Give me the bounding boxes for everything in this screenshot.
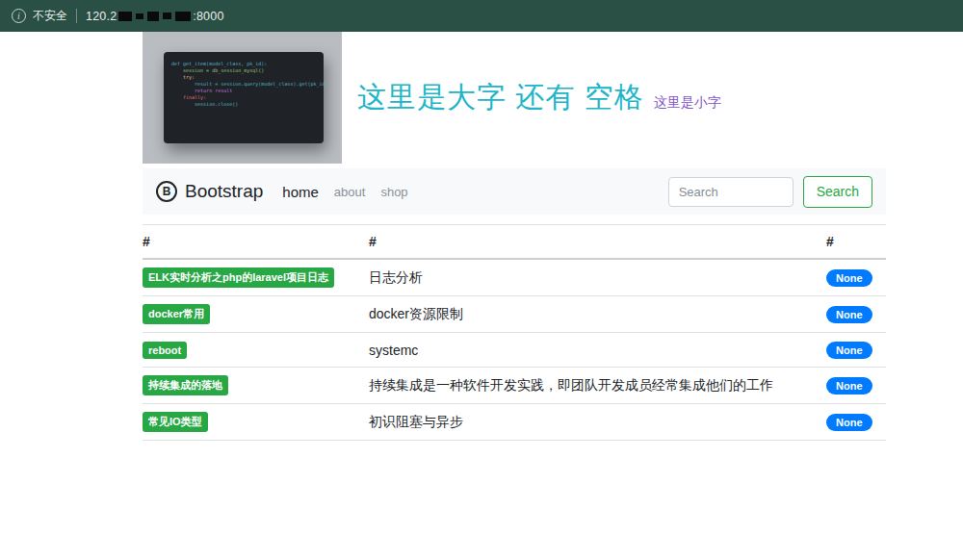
- status-badge[interactable]: None: [826, 306, 872, 323]
- navbar-brand[interactable]: B Bootstrap: [156, 181, 263, 202]
- posts-table: # # # ELK实时分析之php的laravel项目日志 日志分析 None …: [143, 224, 886, 441]
- nav-item-shop[interactable]: shop: [380, 185, 407, 199]
- chrome-divider: [76, 9, 77, 23]
- url-redaction-block: [118, 12, 132, 21]
- table-header-status: #: [826, 234, 886, 249]
- address-bar-url[interactable]: 120.2 :8000: [86, 10, 224, 23]
- page-container: def get_item(model_class, pk_id): sessio…: [143, 32, 886, 441]
- tag-badge[interactable]: ELK实时分析之php的laravel项目日志: [143, 267, 334, 288]
- hero-section: def get_item(model_class, pk_id): sessio…: [143, 32, 886, 164]
- info-icon[interactable]: i: [12, 9, 26, 23]
- table-row: 常见IO类型 初识阻塞与异步 None: [143, 404, 886, 441]
- nav-item-home[interactable]: home: [282, 184, 319, 200]
- row-title[interactable]: 日志分析: [369, 269, 826, 287]
- code-editor-window: def get_item(model_class, pk_id): sessio…: [164, 52, 324, 143]
- code-line: result = session.query(model_class).get(…: [171, 81, 316, 88]
- table-row: docker常用 docker资源限制 None: [143, 296, 886, 333]
- browser-chrome: i 不安全 120.2 :8000: [0, 0, 963, 32]
- status-badge[interactable]: None: [826, 377, 872, 395]
- row-title[interactable]: 持续集成是一种软件开发实践，即团队开发成员经常集成他们的工作: [369, 377, 826, 395]
- row-title[interactable]: systemc: [369, 343, 826, 358]
- table-row: ELK实时分析之php的laravel项目日志 日志分析 None: [143, 260, 886, 296]
- row-title[interactable]: docker资源限制: [369, 306, 826, 323]
- url-text-start: 120.2: [86, 10, 117, 23]
- tag-badge[interactable]: 常见IO类型: [143, 412, 208, 432]
- code-line: finally:: [171, 94, 316, 101]
- bootstrap-logo-icon: B: [156, 181, 177, 202]
- table-row: reboot systemc None: [143, 333, 886, 368]
- status-badge[interactable]: None: [826, 414, 872, 431]
- search-input[interactable]: [668, 177, 794, 207]
- hero-code-photo: def get_item(model_class, pk_id): sessio…: [143, 32, 342, 164]
- hero-heading-large: 这里是大字 还有 空格: [357, 78, 644, 117]
- tag-badge[interactable]: reboot: [143, 342, 187, 359]
- navbar-brand-label: Bootstrap: [185, 181, 263, 202]
- status-badge[interactable]: None: [826, 269, 872, 287]
- tag-badge[interactable]: docker常用: [143, 304, 210, 324]
- row-title[interactable]: 初识阻塞与异步: [369, 414, 826, 431]
- code-line: return result: [171, 88, 316, 94]
- hero-heading-small: 这里是小字: [654, 94, 721, 112]
- url-redaction-block: [147, 12, 159, 21]
- url-redaction-block: [175, 12, 191, 21]
- table-header-tag: #: [143, 234, 369, 249]
- security-label: 不安全: [33, 8, 67, 24]
- url-redaction-block: [136, 13, 143, 19]
- url-text-port: :8000: [193, 10, 223, 23]
- status-badge[interactable]: None: [826, 342, 872, 359]
- navbar: B Bootstrap home about shop Search: [143, 168, 886, 215]
- code-line: try:: [171, 74, 316, 81]
- code-line: session = db_session_mysql(): [171, 67, 316, 74]
- table-header-row: # # #: [143, 224, 886, 260]
- nav-item-about[interactable]: about: [334, 185, 366, 199]
- code-line: def get_item(model_class, pk_id):: [171, 61, 316, 67]
- tag-badge[interactable]: 持续集成的落地: [143, 375, 228, 395]
- search-button[interactable]: Search: [803, 176, 872, 208]
- hero-text: 这里是大字 还有 空格 这里是小字: [357, 78, 721, 117]
- table-row: 持续集成的落地 持续集成是一种软件开发实践，即团队开发成员经常集成他们的工作 N…: [143, 368, 886, 404]
- url-redaction-block: [163, 13, 171, 19]
- code-line: session.close(): [171, 101, 316, 108]
- table-header-title: #: [369, 234, 826, 249]
